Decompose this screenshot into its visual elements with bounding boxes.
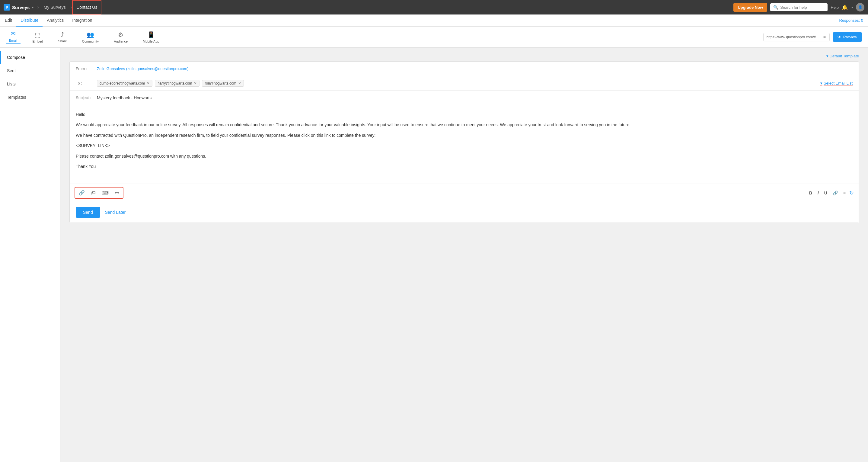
tab-mobile-app[interactable]: 📱 Mobile App xyxy=(140,31,162,43)
preview-button[interactable]: 👁 Preview xyxy=(833,32,862,42)
sidebar-sent[interactable]: Sent xyxy=(0,64,60,77)
editor-toolbar: 🔗 🏷 ⌨ ▭ B I U 🔗 ≡ ↻ xyxy=(70,183,859,202)
toolbar: ✉ Email ⬚ Embed ⤴ Share 👥 Community ⚙ Au… xyxy=(0,27,868,48)
bell-chevron: ▾ xyxy=(851,6,853,9)
tab-community-label: Community xyxy=(82,39,99,43)
embed-box-button[interactable]: ▭ xyxy=(114,189,120,197)
body-greeting: Hello, xyxy=(76,111,852,118)
tab-email-label: Email xyxy=(9,39,18,42)
nav-contact-us[interactable]: Contact Us xyxy=(72,0,101,15)
to-row: To : dumbledore@hogwarts.com ✕ harry@hog… xyxy=(70,76,859,91)
tag-button[interactable]: 🏷 xyxy=(90,189,97,197)
subject-row: Subject : Mystery feedback - Hogwarts xyxy=(70,91,859,105)
preview-eye-icon: 👁 xyxy=(838,35,841,39)
chip-email-1: dumbledore@hogwarts.com xyxy=(100,81,145,85)
brand-chevron: ▾ xyxy=(32,6,33,9)
select-chevron-icon: ▾ xyxy=(820,81,823,85)
select-email-label: Select Email List xyxy=(824,81,852,85)
survey-url-text: https://www.questionpro.com/t/AEmOx... xyxy=(767,35,822,39)
from-label: From : xyxy=(76,66,97,71)
body-paragraph1: We would appreciate your feedback in our… xyxy=(76,121,852,128)
avatar[interactable]: 👤 xyxy=(856,3,864,11)
body-paragraph2: We have contracted with QuestionPro, an … xyxy=(76,132,852,139)
chip-email-3: ron@hogwarts.com xyxy=(205,81,236,85)
share-icon: ⤴ xyxy=(61,31,64,38)
survey-url-box[interactable]: https://www.questionpro.com/t/AEmOx... ✏ xyxy=(763,33,830,41)
subnav-analytics[interactable]: Analytics xyxy=(42,15,68,27)
body-survey-link: <SURVEY_LINK> xyxy=(76,142,852,149)
chip-remove-1[interactable]: ✕ xyxy=(147,81,150,85)
tab-audience[interactable]: ⚙ Audience xyxy=(111,31,131,43)
subject-value: Mystery feedback - Hogwarts xyxy=(97,95,152,100)
brand[interactable]: P Surveys ▾ xyxy=(4,4,37,10)
chip-dumbledore[interactable]: dumbledore@hogwarts.com ✕ xyxy=(97,80,152,87)
tab-embed[interactable]: ⬚ Embed xyxy=(30,31,46,43)
chip-remove-3[interactable]: ✕ xyxy=(238,81,241,85)
subject-label: Subject : xyxy=(76,95,97,100)
from-row: From : Zolin Gonsalves (zolin.gonsalves@… xyxy=(70,62,859,76)
main-content: Compose Sent Lists Templates ▾ Default T… xyxy=(0,48,868,462)
community-icon: 👥 xyxy=(87,31,94,38)
mobile-icon: 📱 xyxy=(147,31,155,38)
audience-icon: ⚙ xyxy=(118,31,123,38)
tab-share-label: Share xyxy=(58,39,67,43)
email-body[interactable]: Hello, We would appreciate your feedback… xyxy=(70,105,859,183)
tab-community[interactable]: 👥 Community xyxy=(79,31,102,43)
sidebar-templates[interactable]: Templates xyxy=(0,91,60,104)
body-closing: Thank You xyxy=(76,163,852,170)
responses-count: Responses: 0 xyxy=(839,18,864,23)
subnav-integration[interactable]: Integration xyxy=(68,15,96,27)
search-icon: 🔍 xyxy=(773,5,778,10)
bell-icon[interactable]: 🔔 xyxy=(842,4,848,10)
nav-my-surveys[interactable]: My Surveys xyxy=(39,0,71,15)
sidebar-lists[interactable]: Lists xyxy=(0,77,60,91)
link-format-button[interactable]: 🔗 xyxy=(831,189,840,197)
tab-mobile-label: Mobile App xyxy=(143,39,159,43)
select-email-list-link[interactable]: ▾ Select Email List xyxy=(820,81,852,85)
toolbar-right: https://www.questionpro.com/t/AEmOx... ✏… xyxy=(763,32,862,42)
default-template-link[interactable]: ▾ Default Template xyxy=(826,54,859,58)
tab-share[interactable]: ⤴ Share xyxy=(55,31,70,43)
default-template-label: Default Template xyxy=(830,54,859,58)
search-box: 🔍 xyxy=(770,3,828,11)
chip-harry[interactable]: harry@hogwarts.com ✕ xyxy=(155,80,199,87)
to-chips-container: dumbledore@hogwarts.com ✕ harry@hogwarts… xyxy=(97,80,820,87)
spinner-icon: ↻ xyxy=(849,190,854,196)
subnav-distribute[interactable]: Distribute xyxy=(16,15,42,27)
email-panel: From : Zolin Gonsalves (zolin.gonsalves@… xyxy=(69,61,859,223)
chip-email-2: harry@hogwarts.com xyxy=(158,81,192,85)
subnav-edit[interactable]: Edit xyxy=(5,15,16,27)
preview-label: Preview xyxy=(843,35,857,39)
from-value[interactable]: Zolin Gonsalves (zolin.gonsalves@questio… xyxy=(97,66,189,71)
edit-url-icon[interactable]: ✏ xyxy=(823,35,826,39)
search-input[interactable] xyxy=(780,5,825,10)
insert-link-button[interactable]: 🔗 xyxy=(78,189,86,197)
compose-header: ▾ Default Template xyxy=(69,54,859,58)
to-label: To : xyxy=(76,81,97,85)
help-label[interactable]: Help xyxy=(831,5,839,10)
upgrade-button[interactable]: Upgrade Now xyxy=(734,3,767,12)
chevron-down-icon: ▾ xyxy=(826,54,829,58)
sidebar: Compose Sent Lists Templates xyxy=(0,48,60,462)
body-contact-line: Please contact zolin.gonsalves@questionp… xyxy=(76,153,852,160)
tab-email[interactable]: ✉ Email xyxy=(6,30,21,44)
chip-ron[interactable]: ron@hogwarts.com ✕ xyxy=(202,80,244,87)
tab-audience-label: Audience xyxy=(114,39,128,43)
top-nav: P Surveys ▾ › My Surveys › Contact Us Up… xyxy=(0,0,868,15)
editor-format-group: B I U 🔗 ≡ ↻ xyxy=(807,189,854,197)
editor-tools-group: 🔗 🏷 ⌨ ▭ xyxy=(74,187,123,199)
send-area: Send Send Later xyxy=(70,202,859,223)
keyboard-button[interactable]: ⌨ xyxy=(100,189,110,197)
top-nav-right: Upgrade Now 🔍 Help 🔔 ▾ 👤 xyxy=(734,3,864,12)
send-button[interactable]: Send xyxy=(76,207,100,218)
bold-button[interactable]: B xyxy=(807,189,814,197)
embed-icon: ⬚ xyxy=(35,31,40,38)
underline-button[interactable]: U xyxy=(823,189,829,197)
align-button[interactable]: ≡ xyxy=(841,189,847,197)
send-later-link[interactable]: Send Later xyxy=(105,210,126,215)
chip-remove-2[interactable]: ✕ xyxy=(194,81,197,85)
brand-label: Surveys xyxy=(12,5,30,10)
italic-button[interactable]: I xyxy=(816,189,820,197)
sidebar-compose[interactable]: Compose xyxy=(0,51,60,64)
sub-nav: Edit Distribute Analytics Integration Re… xyxy=(0,15,868,27)
